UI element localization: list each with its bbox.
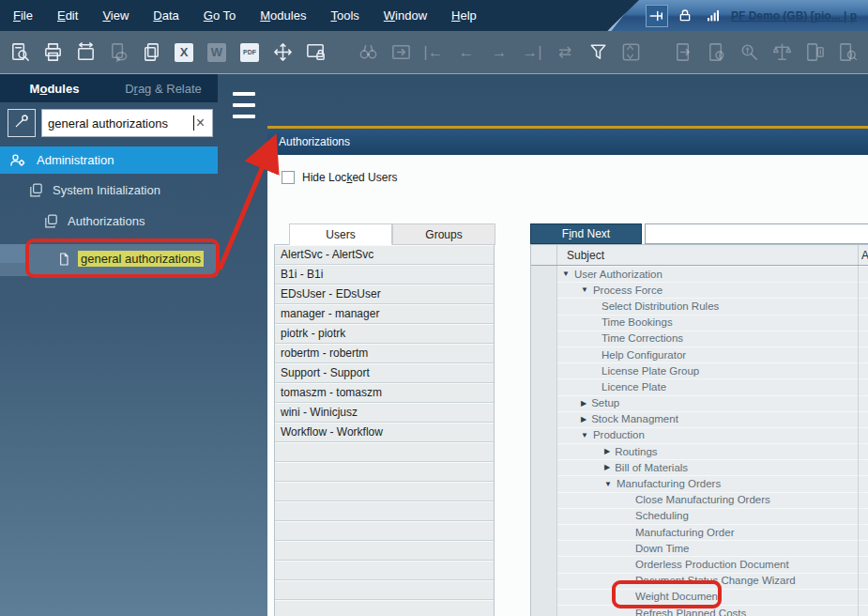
- refresh-record-icon[interactable]: ⇄: [553, 40, 577, 65]
- find-input[interactable]: [645, 223, 868, 244]
- tree-row-manufacturing-orders[interactable]: ▼Manufacturing Orders: [531, 475, 868, 491]
- previous-record-icon[interactable]: ←: [454, 40, 479, 65]
- print-icon[interactable]: [40, 40, 65, 65]
- expand-arrow-icon[interactable]: ▶: [581, 415, 586, 424]
- document-preview-icon[interactable]: [8, 40, 32, 65]
- document-transfer-icon[interactable]: [671, 40, 695, 65]
- tree-row-time-bookings[interactable]: Time Bookings: [531, 315, 868, 331]
- move-window-icon[interactable]: [270, 40, 295, 65]
- empty-row[interactable]: [275, 541, 494, 561]
- user-row[interactable]: wini - Winicjusz: [275, 403, 494, 423]
- hamburger-menu-icon[interactable]: [233, 92, 255, 118]
- tree-row-user-authorization[interactable]: ▼User Authorization: [531, 266, 868, 282]
- tab-modules[interactable]: Modules: [0, 82, 109, 96]
- menu-data[interactable]: Data: [153, 8, 178, 23]
- expand-arrow-icon[interactable]: ▶: [581, 399, 586, 408]
- user-row[interactable]: manager - manager: [275, 304, 494, 324]
- tree-row-down-time[interactable]: Down Time: [531, 540, 868, 556]
- user-row[interactable]: piotrk - piotrk: [275, 324, 494, 344]
- tab-groups[interactable]: Groups: [392, 223, 495, 245]
- expand-arrow-icon[interactable]: ▶: [604, 463, 610, 471]
- tree-row-process-force[interactable]: ▼Process Force: [531, 282, 868, 298]
- user-row[interactable]: AlertSvc - AlertSvc: [275, 245, 494, 265]
- menu-file[interactable]: File: [13, 8, 33, 23]
- empty-row[interactable]: [275, 462, 494, 482]
- first-record-icon[interactable]: |←: [421, 40, 446, 65]
- menu-tools[interactable]: Tools: [330, 8, 358, 23]
- user-row[interactable]: EDsUser - EDsUser: [275, 285, 494, 304]
- goto-icon[interactable]: [388, 40, 413, 65]
- hide-locked-users-checkbox[interactable]: [282, 171, 295, 184]
- lock-screen-icon[interactable]: [303, 40, 327, 65]
- export-pdf-icon[interactable]: PDF: [237, 40, 262, 65]
- empty-row[interactable]: [275, 561, 494, 580]
- tree-row-production[interactable]: ▼Production: [531, 427, 868, 443]
- collapse-arrow-icon[interactable]: ▼: [581, 285, 588, 294]
- customize-button[interactable]: [8, 109, 36, 137]
- signal-icon[interactable]: [703, 6, 723, 26]
- document-payment-icon[interactable]: [704, 40, 728, 65]
- tree-row-bill-of-materials[interactable]: ▶Bill of Materials: [531, 459, 868, 475]
- module-search-input[interactable]: general authorizations ×: [41, 109, 213, 137]
- tree-row-document-status-change-wizard[interactable]: Document Status Change Wizard: [531, 573, 868, 589]
- user-row[interactable]: tomaszm - tomaszm: [275, 383, 494, 403]
- last-record-icon[interactable]: →|: [520, 40, 544, 65]
- tab-drag-and-relate[interactable]: Drag & Relate: [109, 82, 218, 96]
- filter-table-icon[interactable]: [586, 40, 610, 65]
- duplicate-document-icon[interactable]: [139, 40, 163, 65]
- tree-row-license-plate-group[interactable]: License Plate Group: [531, 362, 868, 378]
- find-icon[interactable]: [356, 40, 380, 65]
- user-row[interactable]: B1i - B1i: [275, 265, 494, 285]
- collapse-arrow-icon[interactable]: ▼: [581, 431, 588, 439]
- tree-row-manufacturing-order[interactable]: Manufacturing Order: [531, 524, 868, 540]
- window-titlebar[interactable]: Authorizations: [267, 129, 868, 155]
- sidebar-item-authorizations[interactable]: Authorizations: [43, 213, 145, 229]
- tree-row-orderless-production-document[interactable]: Orderless Production Document: [531, 556, 868, 572]
- page-setup-icon[interactable]: [73, 40, 98, 65]
- tree-row-time-corrections[interactable]: Time Corrections: [531, 331, 868, 346]
- menu-help[interactable]: Help: [451, 8, 477, 23]
- tree-row-licence-plate[interactable]: Licence Plate: [531, 378, 868, 394]
- tab-users[interactable]: Users: [289, 223, 392, 245]
- menu-go-to[interactable]: Go To: [204, 8, 236, 23]
- tree-row-weight-document[interactable]: Weight Document: [531, 589, 868, 605]
- empty-row[interactable]: [275, 482, 494, 501]
- empty-row[interactable]: [275, 521, 494, 541]
- tree-row-close-manufacturing-orders[interactable]: Close Manufacturing Orders: [531, 492, 868, 508]
- pin-icon[interactable]: [647, 6, 667, 26]
- empty-row[interactable]: [275, 580, 494, 600]
- menu-edit[interactable]: Edit: [57, 8, 78, 23]
- user-row[interactable]: robertm - robertm: [275, 344, 494, 363]
- document-currency-icon[interactable]: [802, 40, 827, 65]
- empty-row[interactable]: [275, 600, 494, 616]
- sort-table-icon[interactable]: [618, 40, 643, 65]
- menu-window[interactable]: Window: [384, 8, 427, 23]
- tree-row-scheduling[interactable]: Scheduling: [531, 508, 868, 524]
- clear-search-icon[interactable]: ×: [194, 115, 206, 131]
- payment-search-icon[interactable]: [737, 40, 761, 65]
- send-message-icon[interactable]: [106, 40, 130, 65]
- next-record-icon[interactable]: →: [487, 40, 511, 65]
- find-next-button[interactable]: Find Next: [530, 223, 642, 244]
- menu-view[interactable]: View: [102, 8, 129, 23]
- empty-row[interactable]: [275, 442, 494, 462]
- tree-row-refresh-planned-costs[interactable]: Refresh Planned Costs: [531, 605, 868, 616]
- tree-row-help-configurator[interactable]: Help Configurator: [531, 346, 868, 362]
- expand-arrow-icon[interactable]: ▶: [604, 447, 610, 455]
- price-lookup-icon[interactable]: [835, 40, 860, 65]
- tree-row-routings[interactable]: ▶Routings: [531, 443, 868, 459]
- tree-row-select-distribution-rules[interactable]: Select Distribution Rules: [531, 298, 868, 314]
- sidebar-item-system-initialization[interactable]: System Initialization: [28, 182, 160, 198]
- user-row[interactable]: Workflow - Workflow: [275, 423, 494, 442]
- reconciliation-icon[interactable]: [769, 40, 794, 65]
- collapse-arrow-icon[interactable]: ▼: [562, 270, 570, 278]
- tree-row-stock-managment[interactable]: ▶Stock Managment: [531, 411, 868, 427]
- lock-icon[interactable]: [675, 6, 695, 26]
- tree-row-setup[interactable]: ▶Setup: [531, 395, 868, 411]
- user-row[interactable]: Support - Support: [275, 363, 494, 383]
- collapse-arrow-icon[interactable]: ▼: [604, 480, 612, 488]
- sidebar-item-general-authorizations[interactable]: general authorizations: [0, 244, 218, 276]
- menu-modules[interactable]: Modules: [260, 8, 306, 23]
- export-word-icon[interactable]: W: [205, 40, 229, 65]
- empty-row[interactable]: [275, 501, 494, 521]
